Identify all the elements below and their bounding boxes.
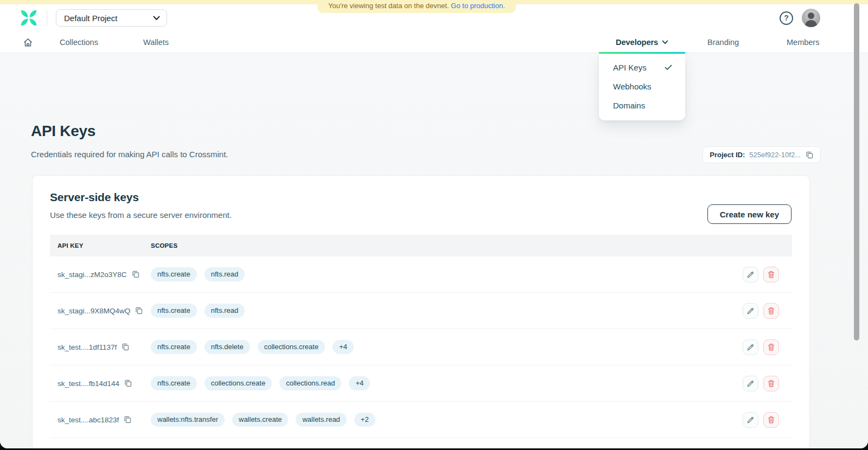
row-actions bbox=[743, 339, 792, 355]
scope-badge: collections.create bbox=[258, 340, 325, 354]
api-key-cell: sk_stagi...zM2o3Y8C bbox=[50, 270, 151, 279]
app-window: You're viewing test data on the devnet. … bbox=[0, 0, 868, 448]
api-key-rows: sk_stagi...zM2o3Y8C nfts.createnfts.read… bbox=[50, 256, 792, 438]
scope-list: nfts.createnfts.read bbox=[151, 267, 743, 281]
api-key-value: sk_test....1df1137f bbox=[58, 343, 117, 351]
page-subtitle: Credentials required for making API call… bbox=[31, 150, 228, 159]
scope-badge: wallets.read bbox=[296, 413, 346, 427]
api-key-value: sk_test....abc1823f bbox=[58, 416, 119, 424]
scope-badge: nfts.create bbox=[151, 340, 197, 354]
edit-key-button[interactable] bbox=[743, 339, 758, 355]
nav-developers[interactable]: Developers bbox=[616, 31, 668, 53]
nav-members[interactable]: Members bbox=[787, 31, 819, 53]
nav-home[interactable] bbox=[23, 31, 33, 53]
copy-key-button[interactable] bbox=[135, 306, 143, 315]
copy-key-button[interactable] bbox=[131, 270, 140, 279]
nav-branding-label: Branding bbox=[707, 38, 739, 47]
scope-list: nfts.createcollections.createcollections… bbox=[151, 376, 743, 390]
scope-badge: collections.create bbox=[205, 376, 272, 390]
project-id-label: Project ID: bbox=[710, 151, 745, 159]
home-icon bbox=[23, 37, 33, 48]
devnet-banner: You're viewing test data on the devnet. … bbox=[317, 0, 516, 13]
edit-key-button[interactable] bbox=[743, 267, 758, 282]
delete-key-button[interactable] bbox=[763, 339, 779, 355]
api-key-value: sk_test....fb14d144 bbox=[58, 380, 119, 388]
main-nav: Collections Wallets Developers Branding … bbox=[0, 31, 868, 53]
vertical-scrollbar-thumb[interactable] bbox=[854, 3, 859, 340]
row-actions bbox=[743, 376, 792, 391]
nav-wallets[interactable]: Wallets bbox=[143, 31, 169, 53]
nav-branding[interactable]: Branding bbox=[707, 31, 739, 53]
edit-key-button[interactable] bbox=[743, 412, 758, 428]
chevron-down-icon bbox=[662, 40, 668, 44]
header-right: ? bbox=[780, 9, 820, 27]
server-keys-card: Server-side keys Use these keys from a s… bbox=[32, 175, 810, 448]
nav-wallets-label: Wallets bbox=[143, 38, 169, 47]
help-icon[interactable]: ? bbox=[780, 11, 793, 25]
copy-key-button[interactable] bbox=[124, 379, 132, 388]
copy-key-button[interactable] bbox=[123, 415, 132, 424]
server-keys-title: Server-side keys bbox=[50, 191, 792, 204]
copy-key-button[interactable] bbox=[121, 343, 130, 351]
dropdown-item-domains[interactable]: Domains bbox=[599, 96, 685, 115]
copy-project-id-button[interactable] bbox=[805, 151, 814, 159]
scope-list: nfts.createnfts.deletecollections.create… bbox=[151, 340, 743, 354]
edit-key-button[interactable] bbox=[743, 303, 758, 319]
delete-key-button[interactable] bbox=[763, 267, 779, 282]
scope-list: nfts.createnfts.read bbox=[151, 304, 743, 318]
dropdown-item-api-keys[interactable]: API Keys bbox=[599, 58, 685, 77]
dropdown-item-label: API Keys bbox=[613, 63, 647, 72]
nav-members-label: Members bbox=[787, 38, 819, 47]
scope-badge: nfts.create bbox=[151, 267, 197, 281]
chevron-down-icon bbox=[153, 16, 160, 21]
column-header-api-key: API KEY bbox=[50, 242, 151, 249]
api-keys-table: API KEY SCOPES sk_stagi...zM2o3Y8C nfts.… bbox=[50, 235, 792, 438]
dropdown-item-label: Webhooks bbox=[613, 82, 652, 91]
table-row: sk_stagi...9X8MQ4wQ nfts.createnfts.read bbox=[50, 293, 792, 329]
page-title: API Keys bbox=[31, 123, 95, 140]
row-actions bbox=[743, 303, 792, 319]
table-header: API KEY SCOPES bbox=[50, 235, 792, 256]
table-row: sk_test....abc1823f wallets:nfts.transfe… bbox=[50, 402, 792, 438]
crossmint-logo-icon[interactable] bbox=[20, 9, 38, 27]
delete-key-button[interactable] bbox=[763, 412, 779, 428]
project-selector-value: Default Project bbox=[64, 14, 117, 23]
devnet-banner-message: You're viewing test data on the devnet. bbox=[328, 2, 449, 10]
user-avatar[interactable] bbox=[802, 9, 820, 27]
header-divider bbox=[47, 10, 47, 25]
api-key-value: sk_stagi...9X8MQ4wQ bbox=[58, 307, 130, 315]
scope-badge: nfts.create bbox=[151, 376, 197, 390]
scope-badge: wallets.create bbox=[232, 413, 288, 427]
more-scopes-badge: +4 bbox=[333, 340, 354, 354]
api-key-cell: sk_test....fb14d144 bbox=[50, 379, 151, 388]
dropdown-item-label: Domains bbox=[613, 101, 645, 110]
project-id-badge: Project ID: 525ef922-10f2... bbox=[703, 146, 821, 163]
create-server-key-button[interactable]: Create new key bbox=[707, 204, 792, 224]
table-row: sk_stagi...zM2o3Y8C nfts.createnfts.read bbox=[50, 256, 792, 293]
more-scopes-badge: +2 bbox=[354, 413, 375, 427]
row-actions bbox=[743, 412, 792, 428]
project-selector[interactable]: Default Project bbox=[56, 9, 167, 27]
checkmark-icon bbox=[665, 65, 672, 70]
api-key-cell: sk_stagi...9X8MQ4wQ bbox=[50, 306, 151, 315]
scope-badge: nfts.read bbox=[205, 267, 245, 281]
server-keys-subtitle: Use these keys from a secure server envi… bbox=[50, 210, 792, 220]
column-header-scopes: SCOPES bbox=[151, 242, 792, 249]
dropdown-item-webhooks[interactable]: Webhooks bbox=[599, 77, 685, 96]
scope-badge: nfts.create bbox=[151, 304, 197, 318]
project-id-value: 525ef922-10f2... bbox=[749, 151, 801, 159]
api-key-cell: sk_test....1df1137f bbox=[50, 343, 151, 351]
api-key-cell: sk_test....abc1823f bbox=[50, 415, 151, 424]
delete-key-button[interactable] bbox=[763, 303, 779, 319]
delete-key-button[interactable] bbox=[763, 376, 779, 391]
nav-collections-label: Collections bbox=[60, 38, 98, 47]
table-row: sk_test....fb14d144 nfts.createcollectio… bbox=[50, 365, 792, 402]
edit-key-button[interactable] bbox=[743, 376, 758, 391]
scope-badge: nfts.read bbox=[205, 304, 245, 318]
developers-dropdown-menu: API Keys Webhooks Domains bbox=[599, 54, 685, 120]
scope-list: wallets:nfts.transferwallets.createwalle… bbox=[151, 413, 743, 427]
go-to-production-link[interactable]: Go to production. bbox=[451, 2, 505, 10]
api-key-value: sk_stagi...zM2o3Y8C bbox=[58, 271, 127, 279]
nav-collections[interactable]: Collections bbox=[60, 31, 98, 53]
scope-badge: wallets:nfts.transfer bbox=[151, 413, 225, 427]
